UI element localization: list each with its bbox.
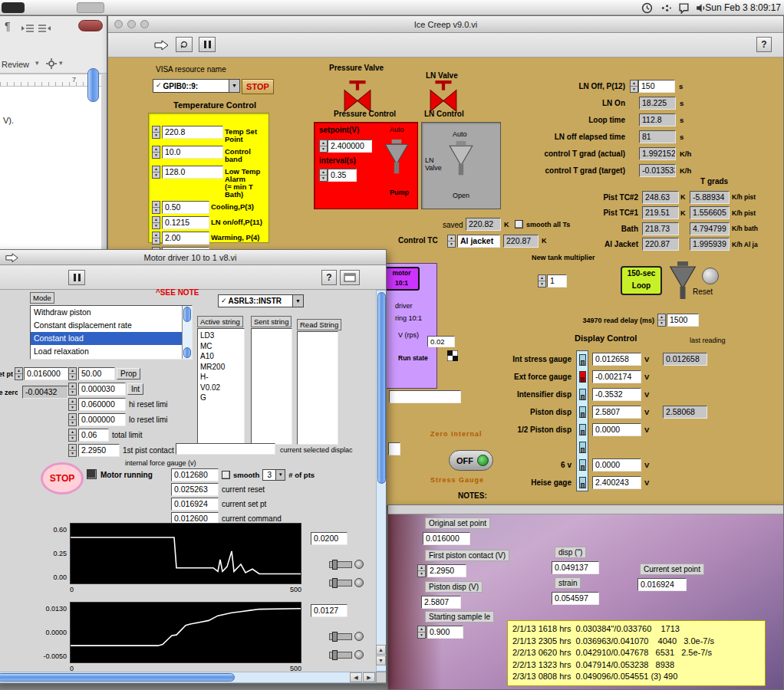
run-state-checker-icon[interactable] (447, 350, 458, 361)
stepper[interactable]: ▲▼ (152, 146, 160, 159)
pump-valve-icon[interactable] (382, 140, 411, 176)
starting-sample-field[interactable]: 0.900 (427, 626, 463, 639)
mode-item[interactable]: Constant displacement rate (31, 319, 182, 332)
interval-field[interactable]: 0.35 (328, 169, 357, 182)
mode-item[interactable]: Withdraw piston (31, 306, 182, 319)
run-icon[interactable] (154, 40, 170, 51)
stepper[interactable]: ▲▼ (319, 140, 328, 153)
toggle-switch[interactable] (579, 371, 586, 383)
scale-slider[interactable] (329, 652, 352, 659)
num-points-dropdown[interactable]: 3▼ (262, 469, 285, 481)
scale-knob[interactable] (354, 650, 364, 659)
pid-value-field[interactable]: 2.2950 (78, 444, 120, 457)
doc-scrollbar[interactable] (87, 68, 99, 102)
ice-title-bar[interactable]: Ice Creep v9.0.vi (108, 16, 783, 33)
stepper[interactable]: ▲▼ (152, 216, 160, 229)
help-button[interactable]: ? (321, 270, 337, 285)
pause-button[interactable] (68, 270, 85, 285)
new-tank-field[interactable]: 1 (547, 274, 567, 288)
stepper[interactable]: ▲▼ (630, 80, 638, 93)
zoom-button[interactable] (140, 20, 149, 28)
gear-dropdown-arrow-icon[interactable]: ▾ (59, 59, 63, 67)
temp-value-field[interactable]: 220.8 (162, 126, 223, 139)
time-machine-icon[interactable] (641, 2, 653, 13)
scale-slider[interactable] (329, 633, 352, 640)
stepper[interactable]: ▲▼ (68, 367, 77, 380)
scroll-down-arrow[interactable]: ▼ (376, 656, 386, 665)
motor-stop-button[interactable]: STOP (41, 462, 84, 495)
temp-value-field[interactable]: 0.50 (162, 201, 209, 214)
toggle-switch[interactable] (579, 354, 586, 366)
toggle-switch[interactable] (579, 477, 586, 488)
chevron-down-icon[interactable]: ▾ (35, 59, 39, 67)
pid-value-field[interactable]: 50.00 (78, 367, 115, 380)
stepper[interactable]: ▲▼ (68, 383, 77, 396)
indent-left-icon[interactable] (21, 22, 34, 31)
graph2-scale-field[interactable]: 0.0127 (311, 604, 348, 617)
scale-knob[interactable] (354, 578, 364, 587)
pause-button[interactable] (199, 37, 216, 52)
mode-item[interactable]: Load relaxation (31, 345, 182, 358)
graph1-scale-field[interactable]: 0.0200 (311, 532, 348, 545)
toggle-switch[interactable] (579, 389, 586, 400)
control-tc-selector[interactable]: Al jacket (457, 235, 500, 248)
new-tank-stepper[interactable]: ▲▼ (538, 274, 546, 288)
set-pt-stepper[interactable]: ▲▼ (15, 367, 23, 380)
scroll-up-arrow[interactable]: ▲ (376, 645, 386, 655)
gauge-value-field[interactable]: 0.012680 (171, 468, 219, 481)
spaces-icon[interactable] (660, 2, 671, 13)
show-panel-button[interactable] (340, 270, 360, 285)
help-button[interactable]: ? (756, 37, 772, 52)
input-menu-icon[interactable] (678, 2, 690, 13)
pilcrow-icon[interactable]: ¶ (5, 20, 11, 32)
mode-list-scrollbar[interactable] (182, 306, 192, 359)
doc-toolbar-button[interactable] (78, 20, 103, 31)
menu-clock[interactable]: Sun Feb 3 8:09:17 (705, 2, 781, 13)
motor-running-checkbox[interactable] (87, 469, 97, 479)
temp-value-field[interactable]: 128.0 (162, 166, 223, 179)
run-icon[interactable] (5, 253, 19, 262)
stat-value-field[interactable]: 150 (638, 80, 675, 93)
stepper[interactable]: ▲▼ (152, 201, 160, 214)
temp-value-field[interactable]: 2.00 (162, 232, 209, 245)
pid-value-field[interactable]: 0.06 (78, 429, 109, 442)
combo-arrow-icon[interactable]: ▼ (229, 80, 239, 92)
string-field[interactable] (389, 390, 461, 403)
log-notes-box[interactable]: 2/1/13 1618 hrs 0.030384"/0.033760 17132… (507, 620, 766, 686)
scroll-thumb[interactable] (377, 292, 386, 484)
zero-stress-off-button[interactable]: OFF (449, 450, 493, 471)
active-string-item[interactable]: MC (198, 341, 244, 352)
stop-button[interactable]: STOP (242, 79, 274, 94)
scroll-thumb[interactable] (0, 673, 235, 682)
read-delay-stepper[interactable]: ▲▼ (657, 314, 666, 327)
pid-value-field[interactable]: 0.000000 (78, 413, 126, 426)
smooth-checkbox[interactable] (222, 471, 230, 479)
loop-150-button[interactable]: 150-sec Loop (621, 266, 662, 295)
toggle-switch[interactable] (579, 442, 586, 453)
stepper[interactable]: ▲▼ (319, 169, 328, 182)
menu-widget-dark[interactable] (2, 2, 25, 13)
scale-knob[interactable] (354, 560, 364, 569)
set-pt-field[interactable]: 0.016000 (24, 367, 68, 380)
stepper[interactable]: ▲▼ (68, 413, 77, 426)
stepper[interactable]: ▲▼ (152, 166, 160, 179)
scroll-thumb[interactable] (183, 307, 191, 322)
mode-item[interactable]: Constant load (31, 332, 182, 345)
read-delay-field[interactable]: 1500 (667, 314, 699, 327)
control-tc-stepper[interactable]: ▲▼ (447, 235, 456, 248)
stepper[interactable]: ▲▼ (68, 398, 77, 411)
active-string-item[interactable]: A10 (198, 351, 244, 362)
toggle-switch[interactable] (579, 424, 586, 435)
doc-page[interactable]: V). (0, 87, 101, 253)
resize-grip[interactable] (376, 672, 387, 683)
menu-widget-gray[interactable] (77, 2, 104, 13)
smooth-all-checkbox[interactable] (515, 220, 523, 228)
toggle-switch[interactable] (579, 459, 586, 471)
ln-valve-switch-icon[interactable] (446, 141, 476, 178)
original-set-point-field[interactable]: 0.016000 (423, 532, 470, 545)
first-piston-contact-field[interactable]: 2.2950 (427, 564, 466, 577)
scroll-thumb[interactable] (183, 347, 191, 358)
scale-slider[interactable] (329, 561, 352, 568)
run-continuous-button[interactable] (176, 37, 193, 52)
indent-right-icon[interactable] (38, 22, 51, 31)
